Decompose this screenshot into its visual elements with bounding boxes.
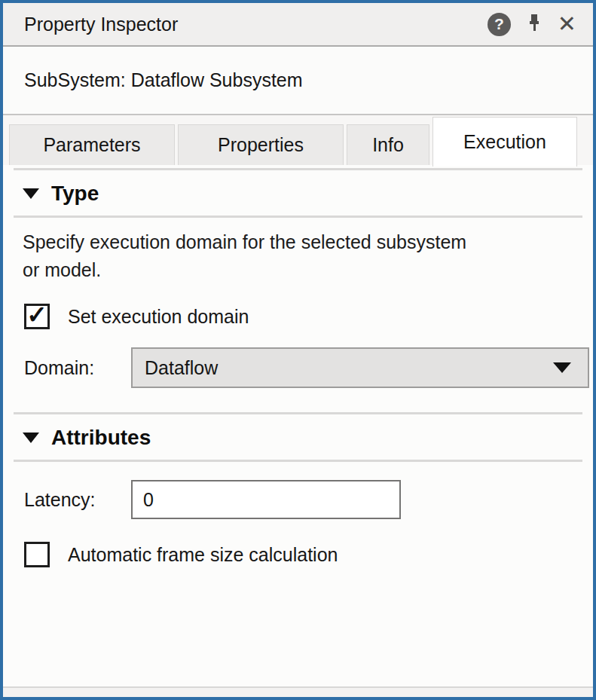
close-icon[interactable]: ✕: [558, 13, 576, 35]
attributes-section-title: Attributes: [51, 426, 151, 450]
auto-frame-size-row: Automatic frame size calculation: [3, 542, 593, 567]
tab-parameters[interactable]: Parameters: [9, 124, 175, 165]
empty-space: [3, 567, 593, 686]
set-execution-domain-checkbox[interactable]: ✓: [24, 304, 50, 329]
latency-label: Latency:: [24, 489, 113, 511]
tab-execution[interactable]: Execution: [432, 117, 577, 167]
section-divider: [14, 460, 582, 462]
property-inspector-panel: Property Inspector ? ✕ SubSystem: Datafl…: [0, 0, 596, 700]
chevron-down-icon: [553, 362, 571, 373]
window-title: Property Inspector: [24, 14, 487, 35]
execution-tab-content: Type Specify execution domain for the se…: [3, 165, 593, 697]
type-description: Specify execution domain for the selecte…: [3, 218, 593, 284]
tab-properties[interactable]: Properties: [178, 124, 344, 165]
selected-object-label: SubSystem: Dataflow Subsystem: [24, 69, 303, 91]
type-description-line1: Specify execution domain for the selecte…: [23, 228, 573, 256]
attributes-section-header[interactable]: Attributes: [3, 414, 593, 460]
latency-row: Latency:: [3, 480, 593, 519]
section-gap: [3, 388, 593, 412]
type-description-line2: or model.: [23, 256, 573, 284]
checkmark-icon: ✓: [26, 302, 47, 327]
tab-strip: Parameters Properties Info Execution: [3, 114, 593, 165]
title-bar-icons: ? ✕: [487, 12, 576, 36]
type-section-header[interactable]: Type: [3, 170, 593, 216]
auto-frame-size-label: Automatic frame size calculation: [68, 544, 338, 566]
title-bar: Property Inspector ? ✕: [3, 3, 593, 47]
auto-frame-size-checkbox[interactable]: [24, 542, 50, 567]
set-execution-domain-row: ✓ Set execution domain: [3, 304, 593, 329]
collapse-triangle-icon: [23, 433, 39, 443]
set-execution-domain-label: Set execution domain: [68, 306, 249, 328]
help-icon[interactable]: ?: [487, 13, 511, 36]
domain-row: Domain: Dataflow: [3, 347, 593, 388]
tab-info[interactable]: Info: [347, 124, 429, 165]
subtitle-bar: SubSystem: Dataflow Subsystem: [3, 47, 593, 114]
pin-icon[interactable]: [526, 12, 543, 36]
domain-dropdown[interactable]: Dataflow: [131, 347, 589, 388]
domain-label: Domain:: [24, 357, 113, 379]
domain-dropdown-value: Dataflow: [145, 357, 218, 379]
type-section-title: Type: [51, 182, 99, 206]
panel-footer-strip: [3, 686, 593, 697]
latency-input[interactable]: [131, 480, 401, 519]
collapse-triangle-icon: [23, 188, 39, 199]
